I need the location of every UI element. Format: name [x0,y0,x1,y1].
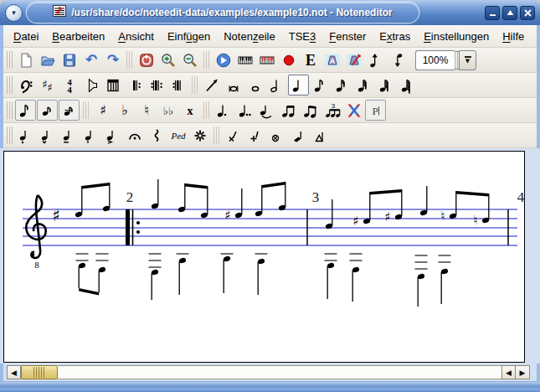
scrollbar-thumb[interactable] [21,365,58,379]
sharp-button[interactable]: ♯ [92,100,113,121]
midi-keyboard-button[interactable] [234,49,255,70]
staccato-button[interactable] [15,125,36,146]
notehead-triangle-button[interactable] [310,125,331,146]
toolbar-handle[interactable] [7,76,13,94]
double-sharp-button[interactable]: x [179,100,200,121]
duration-128th-button[interactable] [397,75,418,95]
repeat-open-button[interactable] [124,75,145,95]
double-flat-button[interactable]: ♭♭ [157,100,178,121]
pedal-off-button[interactable] [189,125,210,146]
arpeggio-button[interactable] [146,125,167,146]
zoom-in-button[interactable] [157,49,178,70]
duration-16th-button[interactable] [332,75,352,95]
marcato-button[interactable] [37,125,58,146]
tenuto-button[interactable] [59,125,80,146]
minimize-button[interactable] [485,6,500,20]
menu-extras[interactable]: Extras [373,28,417,44]
maximize-button[interactable] [502,6,517,20]
undo-icon: ↶ [83,52,100,69]
play-button[interactable] [213,49,234,70]
transpose-down-button[interactable] [387,49,408,70]
accent-button[interactable] [102,125,123,146]
open-file-icon [39,52,56,69]
menu-ansicht[interactable]: Ansicht [111,28,161,44]
midi-keyboard-insert-button[interactable] [256,49,277,70]
close-button[interactable] [520,6,535,20]
menu-datei[interactable]: Datei [7,28,45,44]
toolbar-handle[interactable] [7,101,13,119]
break-beam-button[interactable] [343,100,364,121]
grace-note-icon [39,102,56,119]
open-file-button[interactable] [37,49,58,70]
menu-notenzeile[interactable]: Notenzeile [217,28,281,44]
window-buttons [485,6,535,20]
duration-eighth-button[interactable] [310,75,331,95]
note-breve-icon [225,77,242,94]
pedal-on-button[interactable]: Ped [167,125,188,146]
menu-einstellungen[interactable]: Einstellungen [417,28,496,44]
scroll-step-left-button[interactable]: ◀ [501,365,516,379]
tie-button[interactable] [256,100,277,121]
duration-half-button[interactable] [266,75,287,95]
grace-eighth-toggle[interactable] [15,100,36,121]
clef-button[interactable] [15,75,36,95]
export-button[interactable]: E [300,49,321,70]
notehead-cross-button[interactable] [244,125,265,146]
duration-32nd-button[interactable] [353,75,374,95]
dot-button[interactable] [213,100,234,121]
text-edit-button[interactable] [343,49,364,70]
double-dot-button[interactable] [234,100,255,121]
duration-64th-button[interactable] [375,75,396,95]
zoom-out-button[interactable] [179,49,200,70]
staff-manager-button[interactable] [102,75,123,95]
chord-mode-toggle[interactable]: P [365,100,386,121]
redo-button[interactable]: ↷ [102,49,123,70]
menu-tse3[interactable]: TSE3 [282,28,323,44]
duration-whole-button[interactable] [244,75,265,95]
notehead-slash-button[interactable] [288,125,309,146]
midi-output-button[interactable] [80,75,101,95]
repeat-both-button[interactable] [146,75,167,95]
edit-mode-button[interactable] [201,75,222,95]
toolbar-handle[interactable] [7,51,13,69]
notehead-x-button[interactable] [223,125,244,146]
staccatissimo-icon [83,127,100,144]
transpose-up-button[interactable] [365,49,386,70]
natural-button[interactable]: ♮ [136,100,157,121]
menu-bearbeiten[interactable]: Bearbeiten [45,28,111,44]
fermata-button[interactable] [124,125,145,146]
key-signature-button[interactable]: ♯♯ [37,75,58,95]
menu-einfgen[interactable]: Einfügen [161,28,217,44]
zoom-dropdown-button[interactable]: ▼ [459,50,476,70]
scroll-step-right-button[interactable]: ▶ [516,365,530,379]
repeat-close-button[interactable] [167,75,188,95]
grace-note-toggle[interactable] [37,100,58,121]
beam-flip-button[interactable] [300,100,321,121]
undo-button[interactable]: ↶ [80,49,101,70]
stop-playback-button[interactable] [136,49,157,70]
beam-button[interactable] [278,100,299,121]
duration-breve-button[interactable] [223,75,244,95]
new-file-button[interactable] [15,49,36,70]
window-menu-button[interactable]: ▼ [5,4,23,22]
zoom-value-field[interactable]: 100% [415,50,455,70]
toolbar-handle[interactable] [7,126,13,144]
notehead-circle-x-button[interactable] [266,125,287,146]
text-tool-button[interactable]: A [321,49,342,70]
triplet-button[interactable]: 3 [321,100,342,121]
svg-text:Ped: Ped [170,131,186,141]
staccatissimo-button[interactable] [80,125,101,146]
menu-hilfe[interactable]: Hilfe [496,28,531,44]
zoom-in-icon [160,52,177,69]
redo-icon: ↷ [105,52,121,69]
record-button[interactable] [278,49,299,70]
duration-quarter-button[interactable] [288,75,309,95]
time-signature-button[interactable]: 44 [59,75,80,95]
menu-fenster[interactable]: Fenster [322,28,373,44]
grace-slash-toggle[interactable] [59,100,80,121]
score-canvas[interactable]: 8♯ 234♯♯♯♮♮ [3,151,525,363]
save-file-button[interactable] [59,49,80,70]
scrollbar-track[interactable] [58,365,501,379]
scroll-left-button[interactable]: ◀ [7,365,21,379]
flat-button[interactable]: ♭ [114,100,135,121]
